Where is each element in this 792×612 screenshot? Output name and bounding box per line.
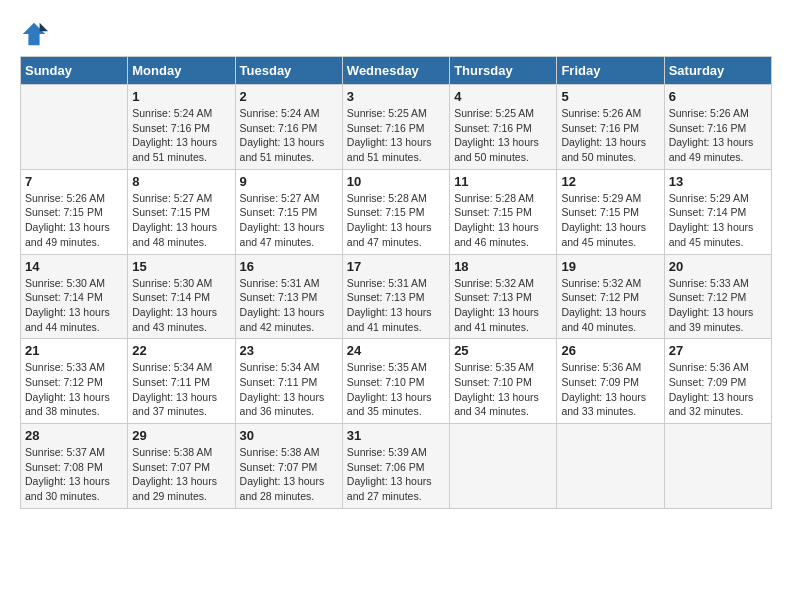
day-info: Sunrise: 5:26 AM Sunset: 7:16 PM Dayligh…	[669, 106, 767, 165]
day-info: Sunrise: 5:25 AM Sunset: 7:16 PM Dayligh…	[454, 106, 552, 165]
calendar-cell: 20Sunrise: 5:33 AM Sunset: 7:12 PM Dayli…	[664, 254, 771, 339]
calendar-cell: 2Sunrise: 5:24 AM Sunset: 7:16 PM Daylig…	[235, 85, 342, 170]
day-number: 9	[240, 174, 338, 189]
day-info: Sunrise: 5:26 AM Sunset: 7:16 PM Dayligh…	[561, 106, 659, 165]
week-row-1: 7Sunrise: 5:26 AM Sunset: 7:15 PM Daylig…	[21, 169, 772, 254]
header-cell-wednesday: Wednesday	[342, 57, 449, 85]
day-number: 3	[347, 89, 445, 104]
calendar-cell	[450, 424, 557, 509]
calendar-cell: 18Sunrise: 5:32 AM Sunset: 7:13 PM Dayli…	[450, 254, 557, 339]
day-number: 1	[132, 89, 230, 104]
day-info: Sunrise: 5:24 AM Sunset: 7:16 PM Dayligh…	[240, 106, 338, 165]
calendar-cell	[21, 85, 128, 170]
day-info: Sunrise: 5:32 AM Sunset: 7:13 PM Dayligh…	[454, 276, 552, 335]
day-info: Sunrise: 5:24 AM Sunset: 7:16 PM Dayligh…	[132, 106, 230, 165]
day-number: 2	[240, 89, 338, 104]
day-info: Sunrise: 5:27 AM Sunset: 7:15 PM Dayligh…	[132, 191, 230, 250]
day-info: Sunrise: 5:27 AM Sunset: 7:15 PM Dayligh…	[240, 191, 338, 250]
day-info: Sunrise: 5:31 AM Sunset: 7:13 PM Dayligh…	[240, 276, 338, 335]
day-info: Sunrise: 5:26 AM Sunset: 7:15 PM Dayligh…	[25, 191, 123, 250]
header-cell-friday: Friday	[557, 57, 664, 85]
header-cell-sunday: Sunday	[21, 57, 128, 85]
day-number: 8	[132, 174, 230, 189]
day-info: Sunrise: 5:29 AM Sunset: 7:14 PM Dayligh…	[669, 191, 767, 250]
day-info: Sunrise: 5:38 AM Sunset: 7:07 PM Dayligh…	[132, 445, 230, 504]
day-number: 19	[561, 259, 659, 274]
day-number: 15	[132, 259, 230, 274]
calendar-cell: 17Sunrise: 5:31 AM Sunset: 7:13 PM Dayli…	[342, 254, 449, 339]
day-info: Sunrise: 5:30 AM Sunset: 7:14 PM Dayligh…	[132, 276, 230, 335]
day-info: Sunrise: 5:35 AM Sunset: 7:10 PM Dayligh…	[454, 360, 552, 419]
day-info: Sunrise: 5:34 AM Sunset: 7:11 PM Dayligh…	[240, 360, 338, 419]
day-number: 11	[454, 174, 552, 189]
logo-icon	[20, 20, 48, 48]
header-cell-saturday: Saturday	[664, 57, 771, 85]
day-info: Sunrise: 5:28 AM Sunset: 7:15 PM Dayligh…	[454, 191, 552, 250]
calendar-cell: 23Sunrise: 5:34 AM Sunset: 7:11 PM Dayli…	[235, 339, 342, 424]
calendar-cell	[557, 424, 664, 509]
day-info: Sunrise: 5:29 AM Sunset: 7:15 PM Dayligh…	[561, 191, 659, 250]
calendar-header: SundayMondayTuesdayWednesdayThursdayFrid…	[21, 57, 772, 85]
day-number: 7	[25, 174, 123, 189]
calendar-cell: 1Sunrise: 5:24 AM Sunset: 7:16 PM Daylig…	[128, 85, 235, 170]
svg-marker-1	[40, 23, 48, 31]
calendar-cell: 31Sunrise: 5:39 AM Sunset: 7:06 PM Dayli…	[342, 424, 449, 509]
header-cell-thursday: Thursday	[450, 57, 557, 85]
day-number: 28	[25, 428, 123, 443]
day-number: 4	[454, 89, 552, 104]
calendar-cell: 27Sunrise: 5:36 AM Sunset: 7:09 PM Dayli…	[664, 339, 771, 424]
calendar-cell: 3Sunrise: 5:25 AM Sunset: 7:16 PM Daylig…	[342, 85, 449, 170]
logo	[20, 20, 52, 48]
day-number: 25	[454, 343, 552, 358]
day-info: Sunrise: 5:28 AM Sunset: 7:15 PM Dayligh…	[347, 191, 445, 250]
day-number: 6	[669, 89, 767, 104]
calendar-cell: 6Sunrise: 5:26 AM Sunset: 7:16 PM Daylig…	[664, 85, 771, 170]
day-number: 18	[454, 259, 552, 274]
header-row: SundayMondayTuesdayWednesdayThursdayFrid…	[21, 57, 772, 85]
calendar-cell: 13Sunrise: 5:29 AM Sunset: 7:14 PM Dayli…	[664, 169, 771, 254]
day-info: Sunrise: 5:36 AM Sunset: 7:09 PM Dayligh…	[561, 360, 659, 419]
day-number: 20	[669, 259, 767, 274]
calendar-cell: 28Sunrise: 5:37 AM Sunset: 7:08 PM Dayli…	[21, 424, 128, 509]
day-info: Sunrise: 5:37 AM Sunset: 7:08 PM Dayligh…	[25, 445, 123, 504]
calendar-cell: 24Sunrise: 5:35 AM Sunset: 7:10 PM Dayli…	[342, 339, 449, 424]
day-number: 12	[561, 174, 659, 189]
calendar-cell: 7Sunrise: 5:26 AM Sunset: 7:15 PM Daylig…	[21, 169, 128, 254]
day-number: 31	[347, 428, 445, 443]
day-info: Sunrise: 5:25 AM Sunset: 7:16 PM Dayligh…	[347, 106, 445, 165]
day-number: 13	[669, 174, 767, 189]
day-info: Sunrise: 5:36 AM Sunset: 7:09 PM Dayligh…	[669, 360, 767, 419]
calendar-cell: 4Sunrise: 5:25 AM Sunset: 7:16 PM Daylig…	[450, 85, 557, 170]
day-number: 23	[240, 343, 338, 358]
day-number: 29	[132, 428, 230, 443]
day-number: 26	[561, 343, 659, 358]
day-number: 24	[347, 343, 445, 358]
calendar-cell: 22Sunrise: 5:34 AM Sunset: 7:11 PM Dayli…	[128, 339, 235, 424]
calendar-cell: 5Sunrise: 5:26 AM Sunset: 7:16 PM Daylig…	[557, 85, 664, 170]
calendar-cell	[664, 424, 771, 509]
page-header	[20, 20, 772, 48]
day-info: Sunrise: 5:30 AM Sunset: 7:14 PM Dayligh…	[25, 276, 123, 335]
day-number: 27	[669, 343, 767, 358]
calendar-cell: 25Sunrise: 5:35 AM Sunset: 7:10 PM Dayli…	[450, 339, 557, 424]
calendar-table: SundayMondayTuesdayWednesdayThursdayFrid…	[20, 56, 772, 509]
header-cell-monday: Monday	[128, 57, 235, 85]
day-info: Sunrise: 5:33 AM Sunset: 7:12 PM Dayligh…	[25, 360, 123, 419]
calendar-cell: 26Sunrise: 5:36 AM Sunset: 7:09 PM Dayli…	[557, 339, 664, 424]
week-row-3: 21Sunrise: 5:33 AM Sunset: 7:12 PM Dayli…	[21, 339, 772, 424]
day-number: 30	[240, 428, 338, 443]
calendar-cell: 29Sunrise: 5:38 AM Sunset: 7:07 PM Dayli…	[128, 424, 235, 509]
calendar-cell: 15Sunrise: 5:30 AM Sunset: 7:14 PM Dayli…	[128, 254, 235, 339]
day-number: 16	[240, 259, 338, 274]
calendar-body: 1Sunrise: 5:24 AM Sunset: 7:16 PM Daylig…	[21, 85, 772, 509]
day-info: Sunrise: 5:31 AM Sunset: 7:13 PM Dayligh…	[347, 276, 445, 335]
day-info: Sunrise: 5:38 AM Sunset: 7:07 PM Dayligh…	[240, 445, 338, 504]
calendar-cell: 12Sunrise: 5:29 AM Sunset: 7:15 PM Dayli…	[557, 169, 664, 254]
calendar-cell: 9Sunrise: 5:27 AM Sunset: 7:15 PM Daylig…	[235, 169, 342, 254]
day-number: 10	[347, 174, 445, 189]
calendar-cell: 30Sunrise: 5:38 AM Sunset: 7:07 PM Dayli…	[235, 424, 342, 509]
day-number: 21	[25, 343, 123, 358]
day-info: Sunrise: 5:33 AM Sunset: 7:12 PM Dayligh…	[669, 276, 767, 335]
day-number: 22	[132, 343, 230, 358]
week-row-4: 28Sunrise: 5:37 AM Sunset: 7:08 PM Dayli…	[21, 424, 772, 509]
